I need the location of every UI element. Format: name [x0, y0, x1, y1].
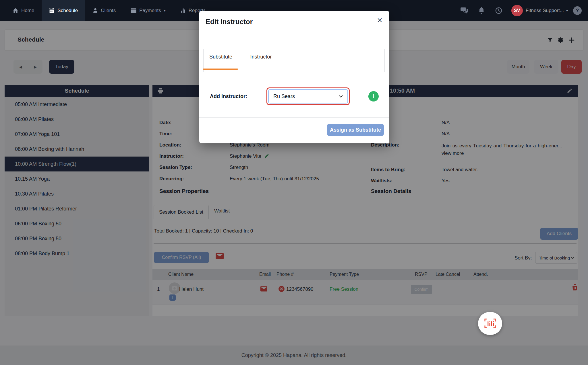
caret-down-icon: ▾ — [164, 9, 166, 13]
reports-icon — [181, 8, 186, 13]
nav-payments[interactable]: Payments ▾ — [123, 0, 173, 21]
clients-icon — [93, 8, 98, 13]
divider — [199, 117, 389, 118]
edit-instructor-modal: Edit Instructor × Substitute Instructor … — [199, 11, 389, 143]
avatar[interactable]: SV — [511, 5, 523, 16]
calendar-icon — [49, 8, 55, 13]
payments-icon — [131, 8, 136, 13]
caret-down-icon: ▾ — [566, 9, 568, 13]
nav-home[interactable]: Home — [5, 0, 42, 21]
active-tab-underline — [203, 69, 238, 70]
bell-icon[interactable] — [473, 7, 490, 14]
chevron-down-icon — [339, 95, 343, 98]
home-icon — [13, 8, 18, 13]
account-menu[interactable]: Fitness Support... ▾ — [523, 8, 571, 13]
instructor-select[interactable]: Ru Sears — [268, 89, 348, 104]
app-root: Schedule ◀ ▶ Today Month Week Day — [0, 0, 588, 365]
barcode-scan-icon — [484, 318, 496, 329]
chat-icon[interactable] — [456, 7, 473, 14]
clock-icon[interactable] — [490, 7, 507, 14]
instructor-select-highlight-ring: Ru Sears — [266, 87, 350, 105]
add-instructor-label: Add Instructor: — [210, 93, 247, 99]
modal-title: Edit Instructor — [206, 18, 253, 26]
close-icon[interactable]: × — [377, 15, 382, 25]
nav-schedule[interactable]: Schedule — [42, 0, 85, 21]
barcode-scan-fab[interactable] — [478, 312, 502, 335]
divider — [199, 38, 389, 38]
tab-instructor[interactable]: Instructor — [245, 46, 277, 68]
nav-clients[interactable]: Clients — [85, 0, 123, 21]
add-instructor-plus-button[interactable]: + — [368, 91, 379, 102]
assign-as-substitute-button[interactable]: Assign as Substitute — [327, 124, 384, 136]
tab-substitute[interactable]: Substitute — [203, 46, 239, 68]
help-icon[interactable]: ? — [573, 6, 582, 15]
